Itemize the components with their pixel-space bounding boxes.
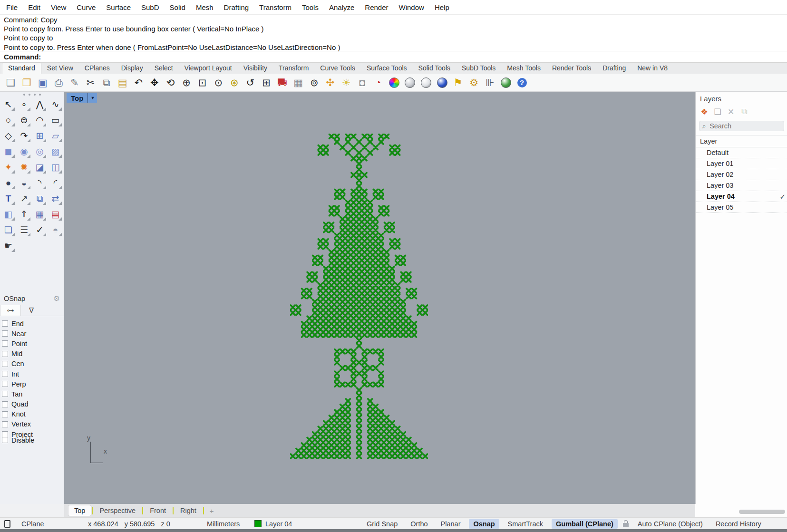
status-toggle-grid-snap[interactable]: Grid Snap: [362, 519, 402, 529]
split-icon[interactable]: ◫: [48, 159, 63, 175]
status-toggle-planar[interactable]: Planar: [437, 519, 465, 529]
menu-mesh[interactable]: Mesh: [191, 1, 219, 14]
toolbar-tab-render-tools[interactable]: Render Tools: [546, 63, 597, 74]
viewport-name[interactable]: Top: [67, 93, 87, 103]
viewport-tab-right[interactable]: Right: [175, 505, 202, 516]
paste-icon[interactable]: ▤: [116, 76, 129, 89]
toolbar-tab-curve-tools[interactable]: Curve Tools: [314, 63, 361, 74]
car-icon[interactable]: ⛟: [276, 76, 289, 89]
fillet-curve-icon[interactable]: ↷: [16, 128, 32, 144]
color-wheel-icon[interactable]: [388, 76, 400, 89]
toolbar-tab-viewport-layout[interactable]: Viewport Layout: [179, 63, 238, 74]
horizontal-scrollbar[interactable]: [739, 510, 785, 514]
zoom-undo-icon[interactable]: ↺: [244, 76, 257, 89]
menu-help[interactable]: Help: [429, 1, 455, 14]
zoom-extents-icon[interactable]: ⊛: [228, 76, 241, 89]
torus-icon[interactable]: ◎: [32, 144, 48, 159]
render-sphere-icon[interactable]: [436, 76, 448, 89]
status-toggle-smarttrack[interactable]: SmartTrack: [504, 519, 547, 529]
current-layer-button[interactable]: Layer 04: [254, 518, 292, 530]
layer-search-box[interactable]: ⌕: [699, 121, 784, 131]
toolbar-tab-drafting[interactable]: Drafting: [597, 63, 632, 74]
pan-icon[interactable]: ✥: [148, 76, 161, 89]
options-gear-icon[interactable]: ⚙: [467, 76, 480, 89]
checkbox[interactable]: [2, 361, 8, 367]
add-viewport-tab-button[interactable]: +: [210, 507, 214, 515]
boolean-union-icon[interactable]: ●: [0, 175, 16, 191]
undo-icon[interactable]: ↶: [132, 76, 145, 89]
toolbar-tab-mesh-tools[interactable]: Mesh Tools: [501, 63, 546, 74]
layers-stack-icon[interactable]: ❏: [0, 222, 16, 238]
menu-solid[interactable]: Solid: [165, 1, 191, 14]
status-toggle-record-history[interactable]: Record History: [711, 519, 766, 529]
mirror-icon[interactable]: ⇄: [48, 191, 63, 206]
toolbar-tab-set-view[interactable]: Set View: [41, 63, 79, 74]
copy-icon[interactable]: ⧉: [100, 76, 113, 89]
status-toggle-ortho[interactable]: Ortho: [406, 519, 432, 529]
check-icon[interactable]: ✓: [32, 222, 48, 238]
checkbox[interactable]: [2, 371, 8, 377]
osnap-option-perp[interactable]: Perp: [1, 379, 64, 389]
rotate-view-icon[interactable]: ⟲: [164, 76, 177, 89]
checkbox[interactable]: [2, 320, 8, 327]
osnap-option-point[interactable]: Point: [1, 339, 64, 348]
xray-sphere-icon[interactable]: [419, 76, 432, 89]
surface-points-icon[interactable]: ⊞: [32, 128, 48, 144]
layer-row-layer-05[interactable]: Layer 05: [696, 202, 787, 213]
menu-transform[interactable]: Transform: [254, 1, 297, 14]
menu-view[interactable]: View: [46, 1, 71, 14]
menu-edit[interactable]: Edit: [23, 1, 46, 14]
select-shapes-icon[interactable]: ✣: [324, 76, 337, 89]
osnap-option-quad[interactable]: Quad: [1, 399, 64, 409]
checkbox[interactable]: [2, 351, 8, 357]
checkbox[interactable]: [2, 411, 8, 417]
layer-row-layer-04[interactable]: Layer 04✓: [696, 191, 787, 202]
osnap-option-near[interactable]: Near: [1, 329, 64, 339]
arc-icon[interactable]: ◠: [32, 112, 48, 128]
menu-analyze[interactable]: Analyze: [324, 1, 359, 14]
properties-icon[interactable]: ✎: [68, 76, 81, 89]
box-icon[interactable]: ◼: [0, 144, 16, 159]
boolean-difference-icon[interactable]: ◒: [16, 175, 32, 191]
toolbar-tab-visibility[interactable]: Visibility: [238, 63, 273, 74]
disable-checkbox[interactable]: [2, 437, 8, 443]
new-layer-button[interactable]: ❖: [699, 106, 709, 117]
osnap-option-knot[interactable]: Knot: [1, 409, 64, 419]
cplane-button[interactable]: CPlane: [21, 518, 44, 530]
analyze-wedge-icon[interactable]: ◔: [372, 76, 385, 89]
point-icon[interactable]: ∘: [16, 97, 32, 112]
viewport-label[interactable]: Top ▼: [67, 93, 97, 103]
print-icon[interactable]: ⎙: [52, 76, 65, 89]
lamp-icon[interactable]: ☀: [340, 76, 352, 89]
toolbar-tab-transform[interactable]: Transform: [273, 63, 314, 74]
layer-row-layer-02[interactable]: Layer 02: [696, 169, 787, 180]
osnap-circle-icon[interactable]: ⊚: [308, 76, 321, 89]
zoom-dynamic-icon[interactable]: ⊕: [180, 76, 193, 89]
puzzle-icon[interactable]: ✦: [0, 159, 16, 175]
osnap-filter-tab[interactable]: ∇: [21, 305, 42, 316]
emap-analysis-icon[interactable]: ☰: [16, 222, 32, 238]
layer-row-layer-03[interactable]: Layer 03: [696, 180, 787, 191]
command-prompt-input[interactable]: Command:: [0, 52, 787, 63]
curve-blend-icon[interactable]: ◝: [32, 175, 48, 191]
osnap-option-disable[interactable]: Disable: [1, 435, 34, 445]
curve-icon[interactable]: ∿: [48, 97, 63, 112]
checkbox[interactable]: [2, 391, 8, 397]
viewport-tab-perspective[interactable]: Perspective: [94, 505, 141, 516]
status-toggle-osnap[interactable]: Osnap: [469, 519, 499, 529]
toolbar-tab-cplanes[interactable]: CPlanes: [79, 63, 116, 74]
rectangle-icon[interactable]: ▭: [48, 112, 63, 128]
primitives-icon[interactable]: ◓: [48, 222, 63, 238]
osnap-option-end[interactable]: End: [1, 319, 64, 329]
status-toggle-gumball-cplane[interactable]: Gumball (CPlane): [552, 519, 618, 529]
layer-row-layer-01[interactable]: Layer 01: [696, 158, 787, 169]
cplane-grid-icon[interactable]: ▦: [292, 76, 305, 89]
delete-layer-button[interactable]: ✕: [726, 106, 736, 117]
menu-render[interactable]: Render: [359, 1, 393, 14]
viewport-tab-front[interactable]: Front: [144, 505, 172, 516]
toolbar-tab-standard[interactable]: Standard: [2, 62, 41, 74]
zoom-selected-icon[interactable]: ⊙: [212, 76, 225, 89]
hand-pointer-icon[interactable]: ☛: [0, 238, 16, 253]
menu-file[interactable]: File: [1, 1, 23, 14]
toolbar-tab-surface-tools[interactable]: Surface Tools: [361, 63, 413, 74]
